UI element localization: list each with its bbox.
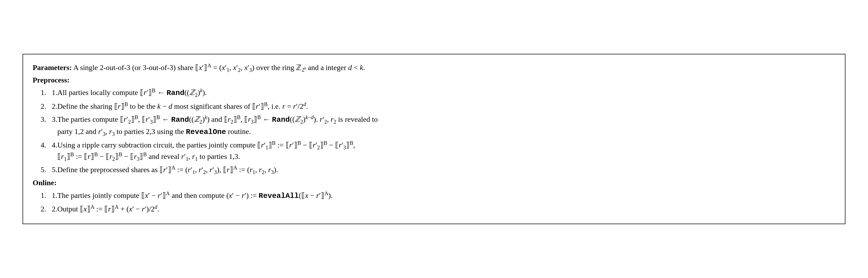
preprocess-step-3: 3. The parties compute ⟦r′2⟧B, ⟦r′3⟧B ← … [33, 113, 835, 138]
preprocess-label: Preprocess: [33, 74, 835, 86]
step-number: 3. [52, 113, 57, 125]
step-number: 1. [52, 190, 57, 201]
online-step-1-content: The parties jointly compute ⟦x′ − r′⟧A a… [57, 190, 835, 202]
preprocess-steps: 1. All parties locally compute ⟦r′⟧B ← R… [33, 87, 835, 175]
online-steps: 1. The parties jointly compute ⟦x′ − r′⟧… [33, 190, 835, 215]
preprocess-step-1: 1. All parties locally compute ⟦r′⟧B ← R… [33, 87, 835, 99]
step-number: 2. [52, 203, 57, 215]
step-4-content: Using a ripple carry subtraction circuit… [57, 139, 835, 162]
preprocess-step-5: 5. Define the preprocessed shares as ⟦r′… [33, 164, 835, 175]
preprocess-step-4: 4. Using a ripple carry subtraction circ… [33, 139, 835, 162]
params-line: Parameters: A single 2-out-of-3 (or 3-ou… [33, 62, 835, 73]
step-number: 1. [52, 87, 57, 98]
step-1-content: All parties locally compute ⟦r′⟧B ← Rand… [57, 87, 835, 99]
preprocess-step-2: 2. Define the sharing ⟦r⟧B to be the k −… [33, 101, 835, 112]
algorithm-box: Parameters: A single 2-out-of-3 (or 3-ou… [23, 54, 845, 224]
online-step-1: 1. The parties jointly compute ⟦x′ − r′⟧… [33, 190, 835, 202]
params-label: Parameters: [33, 63, 72, 72]
online-label: Online: [33, 177, 835, 188]
step-2-content: Define the sharing ⟦r⟧B to be the k − d … [57, 101, 835, 112]
step-number: 5. [52, 164, 57, 175]
step-number: 4. [52, 139, 57, 151]
online-step-2: 2. Output ⟦x⟧A := ⟦r⟧A + (x′ − r′)/2d. [33, 203, 835, 215]
online-step-2-content: Output ⟦x⟧A := ⟦r⟧A + (x′ − r′)/2d. [57, 203, 835, 215]
step-5-content: Define the preprocessed shares as ⟦r′⟧A … [57, 164, 835, 175]
step-number: 2. [52, 101, 57, 112]
step-3-content: The parties compute ⟦r′2⟧B, ⟦r′3⟧B ← Ran… [57, 113, 835, 138]
